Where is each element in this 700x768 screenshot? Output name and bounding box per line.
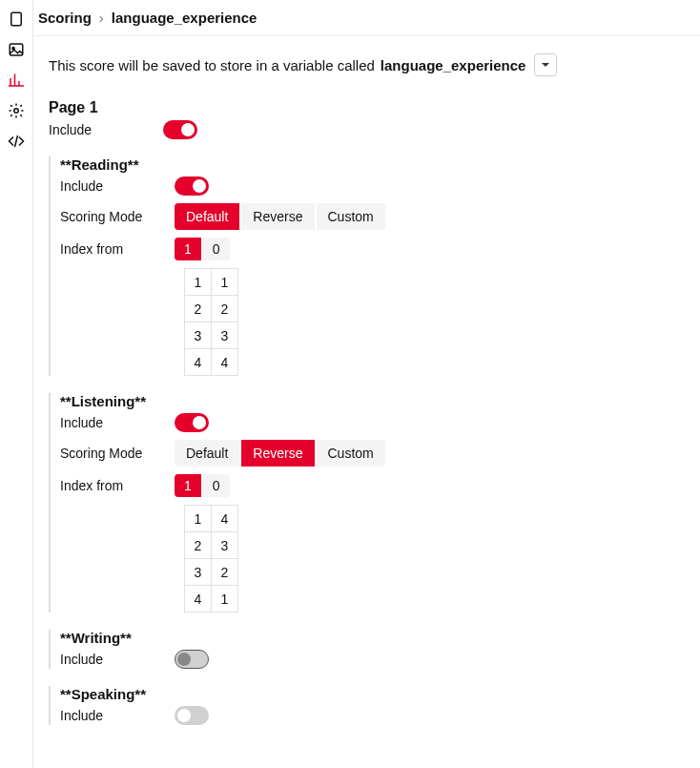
table-row: 41	[185, 586, 238, 612]
scoring-mode-option[interactable]: Default	[175, 440, 239, 467]
table-cell: 3	[185, 559, 212, 586]
table-cell: 1	[212, 269, 238, 296]
table-cell: 1	[185, 269, 212, 296]
table-cell: 4	[185, 586, 212, 612]
section-include-row: Include	[60, 706, 685, 725]
section-block: **Speaking**Include	[49, 686, 685, 725]
breadcrumb-page: language_experience	[112, 10, 257, 26]
include-label: Include	[49, 122, 163, 137]
svg-rect-0	[11, 12, 22, 26]
table-row: 14	[185, 506, 238, 532]
breadcrumb-root[interactable]: Scoring	[38, 10, 92, 26]
table-cell: 1	[212, 586, 238, 612]
index-from-row: Index from10	[60, 474, 685, 497]
scoring-mode-row: Scoring ModeDefaultReverseCustom	[60, 203, 685, 230]
index-from-segmented: 10	[175, 474, 230, 497]
svg-point-3	[14, 109, 19, 114]
index-from-option[interactable]: 0	[203, 238, 230, 260]
table-cell: 1	[185, 506, 212, 532]
table-cell: 2	[185, 296, 212, 322]
table-cell: 2	[212, 559, 238, 586]
table-cell: 4	[185, 349, 212, 376]
include-label: Include	[60, 652, 175, 667]
scoring-mode-label: Scoring Mode	[60, 446, 175, 461]
intro-varname: language_experience	[381, 57, 526, 73]
sidebar-image-icon[interactable]	[7, 40, 26, 59]
section-title: **Listening**	[60, 393, 685, 409]
page-title: Page 1	[49, 99, 685, 116]
section-include-toggle[interactable]	[175, 413, 209, 432]
index-from-option[interactable]: 1	[175, 238, 201, 260]
index-from-label: Index from	[60, 241, 175, 257]
table-cell: 4	[212, 349, 238, 376]
sidebar-code-icon[interactable]	[7, 132, 26, 151]
section-block: **Writing**Include	[49, 630, 685, 669]
page-include-toggle[interactable]	[163, 120, 197, 139]
table-cell: 2	[185, 532, 212, 559]
page-include-row: Include	[49, 120, 685, 139]
section-block: **Listening**IncludeScoring ModeDefaultR…	[49, 393, 685, 612]
scoring-mode-segmented: DefaultReverseCustom	[175, 203, 385, 230]
scoring-mode-option[interactable]: Reverse	[241, 440, 314, 467]
table-row: 11	[185, 269, 238, 296]
sidebar-chart-icon[interactable]	[7, 71, 26, 90]
table-cell: 3	[212, 322, 238, 349]
index-from-option[interactable]: 1	[175, 474, 201, 497]
varname-dropdown-button[interactable]	[534, 53, 557, 76]
sidebar	[0, 0, 33, 768]
scoring-mode-row: Scoring ModeDefaultReverseCustom	[60, 440, 685, 467]
table-row: 32	[185, 559, 238, 586]
main-panel: Scoring › language_experience This score…	[33, 0, 700, 768]
intro-prefix: This score will be saved to store in a v…	[49, 57, 375, 73]
table-row: 23	[185, 532, 238, 559]
scoring-mode-segmented: DefaultReverseCustom	[175, 440, 385, 467]
section-include-row: Include	[60, 176, 685, 196]
scoring-mode-option[interactable]: Reverse	[241, 203, 314, 230]
breadcrumb: Scoring › language_experience	[33, 0, 700, 36]
sidebar-tablet-icon[interactable]	[7, 10, 26, 29]
table-cell: 3	[185, 322, 212, 349]
index-from-option[interactable]: 0	[203, 474, 230, 497]
content-area: This score will be saved to store in a v…	[33, 36, 700, 750]
table-row: 22	[185, 296, 238, 322]
svg-rect-1	[10, 44, 23, 55]
section-title: **Reading**	[60, 156, 685, 173]
include-label: Include	[60, 415, 175, 430]
chevron-right-icon: ›	[99, 10, 104, 26]
scoring-mode-option[interactable]: Custom	[317, 203, 385, 230]
section-include-toggle[interactable]	[175, 650, 209, 669]
value-table: 11223344	[184, 268, 238, 376]
section-title: **Speaking**	[60, 686, 685, 702]
section-include-row: Include	[60, 650, 685, 669]
table-cell: 2	[212, 296, 238, 322]
section-include-toggle[interactable]	[175, 176, 209, 196]
scoring-mode-option[interactable]: Custom	[317, 440, 385, 467]
table-cell: 4	[212, 506, 238, 532]
index-from-label: Index from	[60, 478, 175, 493]
page-block: Page 1 Include **Reading**IncludeScoring…	[49, 99, 685, 725]
scoring-mode-option[interactable]: Default	[175, 203, 239, 230]
section-include-row: Include	[60, 413, 685, 432]
section-block: **Reading**IncludeScoring ModeDefaultRev…	[49, 156, 685, 376]
include-label: Include	[60, 708, 175, 723]
section-title: **Writing**	[60, 630, 685, 646]
scoring-mode-label: Scoring Mode	[60, 209, 175, 224]
intro-text: This score will be saved to store in a v…	[49, 53, 685, 76]
sidebar-settings-icon[interactable]	[7, 101, 26, 120]
table-cell: 3	[212, 532, 238, 559]
table-row: 44	[185, 349, 238, 376]
index-from-row: Index from10	[60, 238, 685, 260]
include-label: Include	[60, 178, 175, 194]
table-row: 33	[185, 322, 238, 349]
index-from-segmented: 10	[175, 238, 230, 260]
section-include-toggle[interactable]	[175, 706, 209, 725]
value-table: 14233241	[184, 505, 238, 612]
